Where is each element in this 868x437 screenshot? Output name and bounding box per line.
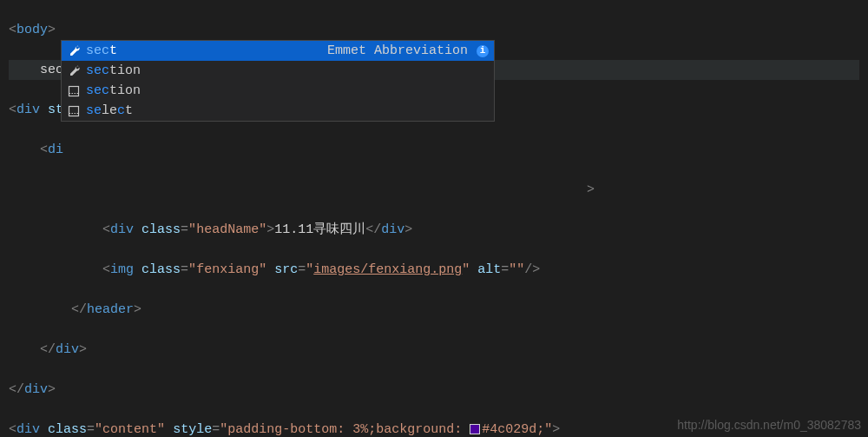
code-line: </div> [9,340,859,360]
autocomplete-label: section [86,61,489,81]
code-line: </div> [9,380,859,400]
autocomplete-popup: sect Emmet Abbreviation i section sectio… [61,40,495,122]
wrench-icon [67,64,81,78]
code-line: > [9,180,859,200]
snippet-icon [67,84,81,98]
code-line: <di [9,140,859,160]
info-icon[interactable]: i [477,45,489,57]
autocomplete-label: section [86,81,489,101]
typed-text: sec [40,63,63,77]
code-line: <body> [9,20,859,40]
watermark: http://blog.csdn.net/m0_38082783 [677,415,861,435]
wrench-icon [67,44,81,58]
autocomplete-item[interactable]: sect Emmet Abbreviation i [62,41,494,61]
autocomplete-detail: Emmet Abbreviation [327,41,468,61]
code-line: <img class="fenxiang" src="images/fenxia… [9,260,859,280]
svg-rect-1 [69,106,79,116]
code-line: <div class="headName">11.11寻味四川</div> [9,220,859,240]
code-line: </header> [9,300,859,320]
color-swatch[interactable] [470,424,480,434]
svg-rect-0 [69,86,79,96]
autocomplete-item[interactable]: select [62,101,494,121]
snippet-icon [67,104,81,118]
tag-body: body [16,23,48,37]
autocomplete-item[interactable]: section [62,81,494,101]
autocomplete-label: sect [86,41,322,61]
autocomplete-item[interactable]: section [62,61,494,81]
autocomplete-label: select [86,101,489,121]
